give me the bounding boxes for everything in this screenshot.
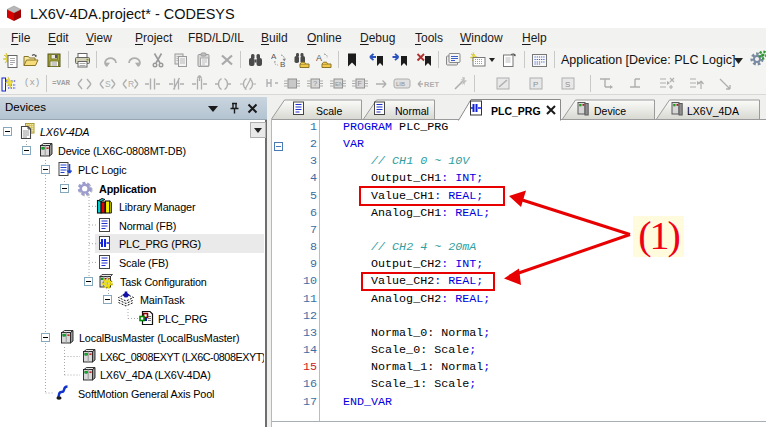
svg-text:LIB: LIB <box>396 81 405 87</box>
svg-text:S: S <box>565 80 570 89</box>
svg-text:S: S <box>105 79 111 89</box>
svg-text:R: R <box>128 79 134 89</box>
svg-text:A: A <box>271 52 277 61</box>
svg-text:F: F <box>358 80 362 87</box>
svg-text:EN: EN <box>335 81 343 87</box>
svg-text:A: A <box>316 53 322 63</box>
svg-text:RET: RET <box>424 80 439 89</box>
svg-text:P: P <box>533 80 538 89</box>
svg-text:?: ? <box>313 79 317 88</box>
